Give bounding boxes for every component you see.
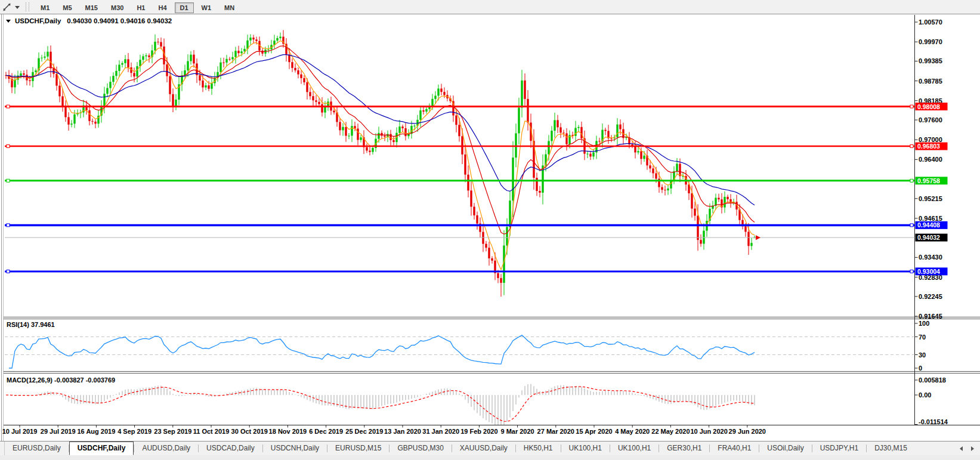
level-line-handle[interactable] — [910, 145, 913, 148]
candle-body — [655, 173, 657, 178]
tab-scroll-right-icon[interactable] — [971, 446, 974, 451]
level-line-handle[interactable] — [910, 224, 913, 227]
tab-uk100-h1[interactable]: UK100,H1 — [561, 442, 610, 455]
candle-body — [333, 110, 335, 112]
tab-eurusd-daily[interactable]: EURUSD,Daily — [5, 442, 69, 455]
tab-xauusd-daily[interactable]: XAUUSD,Daily — [452, 442, 515, 455]
timeframe-button-mn[interactable]: MN — [219, 2, 240, 13]
candle-body — [559, 127, 561, 132]
candle-body — [565, 133, 567, 144]
dropdown-caret-icon[interactable] — [15, 6, 20, 9]
candle-body — [667, 189, 669, 190]
timeframe-button-m30[interactable]: M30 — [106, 2, 129, 13]
candle-body — [73, 115, 75, 124]
timeframe-button-m5[interactable]: M5 — [57, 2, 77, 13]
tab-dj30-m15[interactable]: DJ30,M15 — [867, 442, 915, 455]
candle-body — [118, 64, 120, 70]
tabbar-lead-spacer — [0, 442, 5, 455]
tab-usdjpy-h1[interactable]: USDJPY,H1 — [812, 442, 866, 455]
macd-tick-label: -0.011514 — [919, 418, 948, 425]
level-line-handle[interactable] — [7, 224, 10, 227]
candle-body — [554, 120, 555, 131]
candle-body — [369, 150, 370, 152]
candle-body — [234, 51, 236, 57]
date-tick-label: 11 Oct 2019 — [193, 428, 230, 435]
candle-body — [592, 152, 594, 156]
candle-body — [175, 100, 177, 106]
tab-fra40-h1[interactable]: FRA40,H1 — [710, 442, 759, 455]
level-line-handle[interactable] — [7, 179, 10, 182]
candle-body — [491, 258, 493, 261]
candle-body — [136, 66, 138, 76]
tab-gbpusd-m30[interactable]: GBPUSD,M30 — [389, 442, 451, 455]
tab-eurusd-m15[interactable]: EURUSD,M15 — [327, 442, 389, 455]
tab-audusd-daily[interactable]: AUDUSD,Daily — [134, 442, 198, 455]
candle-body — [506, 227, 508, 245]
date-tick-label: 31 Jan 2020 — [422, 428, 459, 435]
candle-body — [112, 76, 114, 82]
candle-body — [124, 59, 126, 63]
candle-body — [694, 209, 695, 216]
tab-scroll-arrows — [960, 442, 974, 455]
collapse-caret-icon[interactable] — [6, 20, 11, 23]
candle-body — [58, 86, 60, 97]
candle-body — [750, 243, 752, 246]
timeframe-button-m15[interactable]: M15 — [80, 2, 103, 13]
candle-body — [476, 215, 478, 224]
candle-body — [598, 141, 600, 141]
price-tag-label: 0.98008 — [917, 103, 940, 110]
level-line-handle[interactable] — [910, 270, 913, 273]
tab-usdcnh-daily[interactable]: USDCNH,Daily — [263, 442, 327, 455]
candle-body — [14, 80, 16, 88]
level-line-handle[interactable] — [910, 105, 913, 108]
candle-body — [747, 232, 749, 246]
level-line-handle[interactable] — [910, 179, 913, 182]
crosshair-tool-icon[interactable] — [2, 2, 13, 12]
level-line-handle[interactable] — [7, 145, 10, 148]
candle-body — [413, 126, 415, 126]
timeframe-button-m1[interactable]: M1 — [35, 2, 55, 13]
timeframe-button-h4[interactable]: H4 — [153, 2, 172, 13]
candle-body — [744, 226, 746, 231]
candle-body — [422, 110, 424, 112]
level-line-handle[interactable] — [7, 105, 10, 108]
level-line-handle[interactable] — [7, 270, 10, 273]
timeframe-button-h1[interactable]: H1 — [131, 2, 150, 13]
tab-ger30-h1[interactable]: GER30,H1 — [659, 442, 709, 455]
candle-body — [392, 140, 394, 142]
candle-body — [228, 59, 230, 60]
candle-body — [389, 134, 391, 140]
macd-tick-label: 0.005818 — [919, 376, 946, 384]
tab-usdchf-daily[interactable]: USDCHF,Daily — [69, 442, 134, 455]
tab-scroll-left-icon[interactable] — [960, 446, 963, 451]
candle-body — [604, 130, 606, 131]
tab-hk50-h1[interactable]: HK50,H1 — [516, 442, 561, 455]
timeframe-button-w1[interactable]: W1 — [196, 2, 217, 13]
date-tick-label: 4 Sep 2019 — [118, 428, 152, 435]
candle-body — [521, 81, 523, 108]
candle-body — [252, 38, 254, 39]
toolbar-grip[interactable] — [26, 2, 29, 11]
candle-body — [211, 83, 212, 88]
candle-body — [398, 126, 400, 133]
chart-canvas[interactable]: 1.005700.999700.993850.987850.981850.976… — [0, 0, 980, 460]
price-tick-label: 0.98785 — [919, 78, 942, 85]
candle-body — [294, 68, 296, 70]
candle-body — [664, 190, 666, 190]
candle-body — [357, 129, 358, 140]
candle-body — [345, 127, 347, 136]
price-tick-label: 0.95215 — [919, 195, 942, 202]
candle-body — [378, 133, 379, 139]
timeframe-button-d1[interactable]: D1 — [175, 2, 194, 13]
tab-usoil-daily[interactable]: USOil,Daily — [759, 442, 811, 455]
tab-usdcad-daily[interactable]: USDCAD,Daily — [199, 442, 262, 455]
candle-body — [515, 133, 517, 158]
tab-uk100-h1[interactable]: UK100,H1 — [610, 442, 659, 455]
candle-body — [103, 94, 105, 106]
candle-body — [637, 151, 639, 152]
candle-body — [187, 61, 188, 70]
candle-body — [94, 122, 96, 124]
candle-body — [291, 62, 293, 68]
rsi-tick-label: 30 — [919, 351, 926, 359]
candle-body — [434, 95, 436, 98]
